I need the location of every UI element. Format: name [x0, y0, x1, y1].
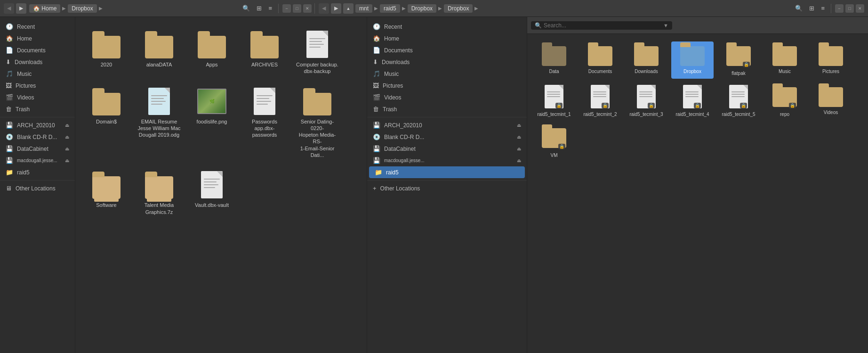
search-dropdown-button[interactable]: ▼	[663, 23, 668, 28]
middle-sidebar-item-datacabinet[interactable]: 💾 DataCabinet ⏏	[367, 143, 527, 155]
sidebar-item-music[interactable]: 🎵 Music	[0, 68, 75, 80]
maximize-button-right[interactable]: □	[845, 4, 854, 13]
rfile-item-data[interactable]: Data	[533, 41, 575, 79]
middle-sidebar-item-arch[interactable]: 💾 ARCH_202010 ⏏	[367, 119, 527, 131]
arch-icon: 💾	[6, 122, 13, 129]
rfile-item-videos[interactable]: Videos	[810, 82, 852, 120]
eject-icon-macdougall[interactable]: ⏏	[65, 158, 69, 163]
back-button-left[interactable]: ◀	[4, 3, 14, 14]
sidebar-item-arch202010[interactable]: 💾 ARCH_202010 ⏏	[0, 119, 75, 131]
m-eject-icon-macdougall[interactable]: ⏏	[517, 158, 521, 163]
middle-sidebar-item-other-locations[interactable]: + Other Locations	[367, 182, 527, 194]
sidebar-label-arch: ARCH_202010	[17, 122, 55, 129]
close-button-left[interactable]: ✕	[303, 4, 312, 13]
sidebar-item-downloads[interactable]: ⬇ Downloads	[0, 56, 75, 68]
sidebar-item-raid5[interactable]: 📁 raid5	[0, 166, 75, 178]
search-button-right[interactable]: 🔍	[793, 3, 805, 13]
file-label-talent-media: Talent MediaGraphics.7z	[145, 202, 174, 215]
macdougall-icon: 💾	[6, 157, 13, 164]
rfile-item-vm[interactable]: 🔒 VM	[533, 123, 575, 161]
view-button-right[interactable]: ⊞	[807, 3, 817, 13]
sidebar-item-blank-cd[interactable]: 💿 Blank CD-R D... ⏏	[0, 131, 75, 143]
forward-button-left[interactable]: ▶	[16, 3, 26, 14]
middle-sidebar-item-videos[interactable]: 🎬 Videos	[367, 91, 527, 103]
sidebar-item-datacabinet[interactable]: 💾 DataCabinet ⏏	[0, 143, 75, 155]
middle-sidebar-item-downloads[interactable]: ⬇ Downloads	[367, 56, 527, 68]
up-button-right[interactable]: ▲	[343, 3, 354, 14]
m-videos-icon: 🎬	[373, 94, 380, 101]
minimize-button-left[interactable]: −	[282, 4, 291, 13]
file-item-domain[interactable]: Domain$	[83, 83, 130, 162]
file-item-foodislife[interactable]: 🌿 foodislife.png	[188, 83, 235, 162]
rfile-item-raid5-tecmint-2[interactable]: 🔒 raid5_tecmint_2	[579, 82, 621, 120]
m-eject-icon-datacabinet[interactable]: ⏏	[517, 146, 521, 151]
maximize-button-left[interactable]: □	[293, 4, 301, 13]
forward-button-right[interactable]: ▶	[331, 3, 341, 14]
eject-icon-cd[interactable]: ⏏	[65, 134, 69, 140]
file-item-passwords[interactable]: Passwords app.dbx-passwords	[241, 83, 288, 162]
back-button-right[interactable]: ◀	[319, 3, 329, 14]
file-label-computer-backup: Computer backup.dbx-backup	[296, 61, 338, 75]
menu-button-left[interactable]: ≡	[266, 3, 274, 13]
breadcrumb-dropbox1[interactable]: Dropbox	[408, 4, 436, 13]
rfile-item-downloads[interactable]: Downloads	[625, 41, 667, 79]
file-item-software[interactable]: Software	[83, 167, 130, 218]
rfile-item-flatpak[interactable]: 🔒 flatpak	[717, 41, 760, 79]
middle-sidebar-item-raid5[interactable]: 📁 raid5	[369, 166, 525, 178]
middle-sidebar-item-music[interactable]: 🎵 Music	[367, 68, 527, 80]
middle-sidebar-item-cd[interactable]: 💿 Blank CD-R D... ⏏	[367, 131, 527, 143]
breadcrumb-mnt[interactable]: mnt	[355, 4, 372, 13]
rfile-item-raid5-tecmint-4[interactable]: 🔒 raid5_tecmint_4	[671, 82, 714, 120]
rfile-item-music[interactable]: Music	[764, 41, 806, 79]
middle-sidebar-item-pictures[interactable]: 🖼 Pictures	[367, 80, 527, 91]
sidebar-item-macdougall[interactable]: 💾 macdougall.jesse... ⏏	[0, 155, 75, 166]
view-button-left[interactable]: ⊞	[254, 3, 264, 13]
middle-sidebar-item-documents[interactable]: 📄 Documents	[367, 44, 527, 56]
file-item-senior-dating[interactable]: Senior Dating-0220-Hopeton Media-RS-1-Em…	[294, 83, 341, 162]
m-documents-icon: 📄	[373, 47, 380, 54]
file-item-archives[interactable]: ARCHIVES	[241, 26, 288, 78]
middle-sidebar-item-trash[interactable]: 🗑 Trash	[367, 103, 527, 115]
sidebar-item-pictures[interactable]: 🖼 Pictures	[0, 80, 75, 91]
rfile-item-raid5-tecmint-3[interactable]: 🔒 raid5_tecmint_3	[625, 82, 667, 120]
sidebar-item-other-locations[interactable]: 🖥 Other Locations	[0, 182, 75, 194]
rfile-item-repo[interactable]: 🔒 repo	[764, 82, 806, 120]
file-item-email-resume[interactable]: EMAIL ResumeJesse William MacDougall 201…	[136, 83, 183, 162]
menu-button-right[interactable]: ≡	[819, 3, 827, 13]
middle-sidebar-item-home[interactable]: 🏠 Home	[367, 33, 527, 44]
search-input[interactable]	[544, 22, 661, 29]
file-item-apps[interactable]: Apps	[188, 26, 235, 78]
file-item-alanadata[interactable]: alanaDATA	[136, 26, 183, 78]
rfile-item-documents[interactable]: Documents	[579, 41, 621, 79]
minimize-button-right[interactable]: −	[835, 4, 844, 13]
search-button-left[interactable]: 🔍	[240, 3, 252, 13]
right-panel-toolbar: 🔍 ▼	[527, 17, 868, 34]
sidebar-item-trash[interactable]: 🗑 Trash	[0, 103, 75, 115]
sidebar-item-documents[interactable]: 📄 Documents	[0, 44, 75, 56]
eject-icon-datacabinet[interactable]: ⏏	[65, 146, 69, 151]
eject-icon-arch[interactable]: ⏏	[65, 123, 69, 128]
rfile-item-pictures[interactable]: Pictures	[810, 41, 852, 79]
file-item-vault[interactable]: Vault.dbx-vault	[188, 167, 235, 218]
breadcrumb-raid5[interactable]: raid5	[380, 4, 400, 13]
m-arch-icon: 💾	[373, 122, 380, 129]
rfile-item-raid5-tecmint-5[interactable]: 🔒 raid5_tecmint_5	[717, 82, 760, 120]
sidebar-label-datacabinet: DataCabinet	[17, 146, 48, 152]
rfile-item-dropbox[interactable]: Dropbox	[671, 41, 714, 79]
middle-sidebar-item-macdougall[interactable]: 💾 macdougall.jesse... ⏏	[367, 155, 527, 166]
sidebar-item-recent[interactable]: 🕐 Recent	[0, 21, 75, 33]
sidebar-item-videos[interactable]: 🎬 Videos	[0, 91, 75, 103]
m-eject-icon-arch[interactable]: ⏏	[517, 123, 521, 128]
close-button-right[interactable]: ✕	[856, 4, 864, 13]
breadcrumb-dropbox-left[interactable]: Dropbox	[68, 4, 96, 13]
file-item-2020[interactable]: 2020	[83, 26, 130, 78]
file-item-computer-backup[interactable]: Computer backup.dbx-backup	[294, 26, 341, 78]
sidebar-item-home[interactable]: 🏠 Home	[0, 33, 75, 44]
breadcrumb-dropbox2[interactable]: Dropbox	[444, 4, 473, 13]
left-file-area: 2020 alanaDATA Apps ARCHIV	[75, 17, 367, 353]
middle-sidebar-item-recent[interactable]: 🕐 Recent	[367, 21, 527, 33]
file-item-talent-media[interactable]: Talent MediaGraphics.7z	[136, 167, 183, 218]
breadcrumb-home-left[interactable]: 🏠 Home	[29, 4, 60, 13]
rfile-item-raid5-tecmint-1[interactable]: 🔒 raid5_tecmint_1	[533, 82, 575, 120]
m-eject-icon-cd[interactable]: ⏏	[517, 134, 521, 140]
